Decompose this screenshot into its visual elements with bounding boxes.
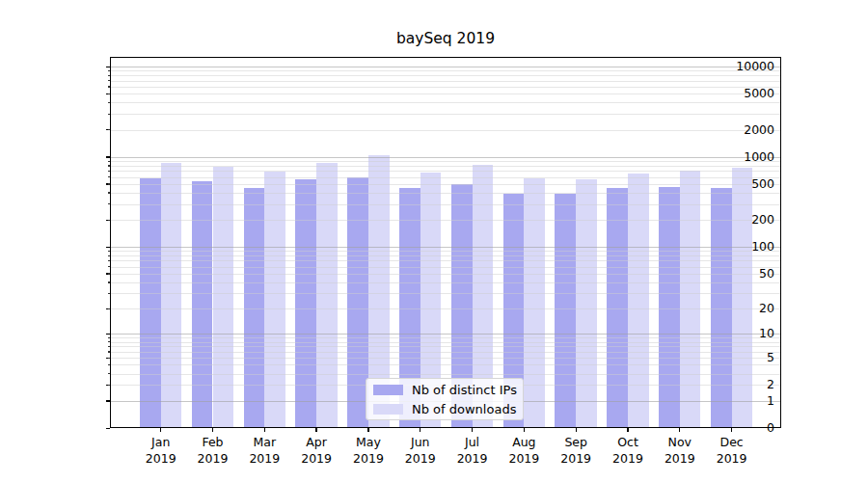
x-tick-oct [627,428,628,432]
y-tick-label-2: 2 [717,378,774,391]
y-minor-tick [108,251,111,252]
x-tick-label-may: May2019 [341,435,395,467]
y-minor-tick [108,373,111,374]
grid-line-minor [110,171,781,172]
x-tick-feb [212,428,213,432]
y-minor-tick [108,192,111,193]
grid-line-minor [110,274,781,275]
x-tick-jul [472,428,473,432]
bar-distinct-ips-apr [295,179,316,428]
y-minor-tick [108,70,111,71]
y-tick-label-500: 500 [717,177,774,191]
y-minor-tick [108,346,111,347]
grid-line-minor [110,260,781,261]
grid-line-minor [110,267,781,268]
y-tick-label-5000: 5000 [717,87,774,100]
y-minor-tick [108,281,111,282]
grid-line-minor [110,161,781,162]
y-minor-tick [108,165,111,166]
y-tick-1000 [106,156,110,157]
grid-line-minor [110,166,781,167]
legend-swatch-downloads [373,404,403,415]
grid-line-minor [110,184,781,185]
x-tick-label-dec: Dec2019 [705,435,759,467]
grid-line-minor [110,204,781,205]
chart-title: baySeq 2019 [110,30,781,47]
bar-downloads-jan [161,163,182,428]
y-tick-label-200: 200 [717,213,774,227]
bar-distinct-ips-feb [192,181,213,428]
y-minor-tick [108,94,111,94]
y-minor-tick [108,75,111,76]
x-tick-label-oct: Oct2019 [601,435,655,467]
bar-downloads-nov [680,171,701,428]
x-tick-label-sep: Sep2019 [549,435,603,467]
y-minor-tick [108,176,111,177]
x-tick-label-jun: Jun2019 [393,435,448,467]
x-tick-nov [679,428,680,432]
y-minor-tick [108,308,111,309]
legend: Nb of distinct IPs Nb of downloads [366,378,524,420]
legend-swatch-distinct-ips [373,385,403,395]
grid-line-minor [110,193,781,194]
y-minor-tick [108,80,111,81]
x-tick-apr [315,428,316,432]
y-tick-label-100: 100 [717,240,774,254]
x-tick-label-nov: Nov2019 [653,435,707,467]
figure: baySeq 2019 Nb of distinct IPs Nb of dow… [0,0,868,482]
grid-line-minor [110,251,781,252]
grid-line-major [110,334,781,335]
y-minor-tick [108,385,111,386]
y-minor-tick [108,183,111,184]
x-tick-label-mar: Mar2019 [237,435,291,467]
x-tick-label-feb: Feb2019 [186,435,240,467]
grid-line-major [110,67,781,67]
legend-entry-downloads: Nb of downloads [366,401,523,417]
y-minor-tick [108,86,111,87]
y-minor-tick [108,293,111,294]
grid-line-minor [110,102,781,103]
y-minor-tick [108,260,111,261]
y-tick-label-10: 10 [717,327,774,340]
x-tick-sep [576,428,577,432]
grid-line-minor [110,352,781,353]
grid-line-minor [110,94,781,94]
x-tick-jun [420,428,420,432]
y-minor-tick [108,341,111,342]
y-minor-tick [108,129,111,130]
x-tick-label-jul: Jul2019 [446,435,500,467]
x-tick-label-aug: Aug2019 [497,435,551,467]
y-tick-label-1000: 1000 [717,150,774,164]
y-tick-label-2000: 2000 [717,123,774,137]
bar-distinct-ips-nov [659,187,680,428]
grid-line-minor [110,177,781,178]
x-tick-label-jan: Jan2019 [134,435,188,467]
plot-area: Nb of distinct IPs Nb of downloads 01251… [110,57,781,428]
bar-distinct-ips-jan [140,178,161,428]
y-tick-1 [106,400,110,401]
y-tick-label-0: 0 [717,421,774,435]
y-minor-tick [108,102,111,103]
y-minor-tick [108,337,111,338]
y-minor-tick [108,114,111,115]
x-tick-mar [264,428,265,432]
legend-label-downloads: Nb of downloads [412,402,516,416]
x-tick-jan [160,428,161,432]
legend-label-distinct-ips: Nb of distinct IPs [412,383,517,397]
grid-line-major [110,247,781,248]
grid-line-minor [110,293,781,294]
bar-downloads-sep [576,179,597,428]
x-tick-aug [524,428,525,432]
y-tick-label-1: 1 [717,394,774,408]
grid-line-minor [110,255,781,256]
y-tick-label-20: 20 [717,302,774,315]
y-minor-tick [108,220,111,221]
grid-line-minor [110,130,781,131]
bar-downloads-apr [316,163,338,428]
grid-line-minor [110,81,781,82]
y-minor-tick [108,255,111,256]
grid-line-minor [110,114,781,115]
grid-line-minor [110,70,781,71]
x-tick-label-apr: Apr2019 [289,435,343,467]
bar-downloads-aug [524,178,545,428]
